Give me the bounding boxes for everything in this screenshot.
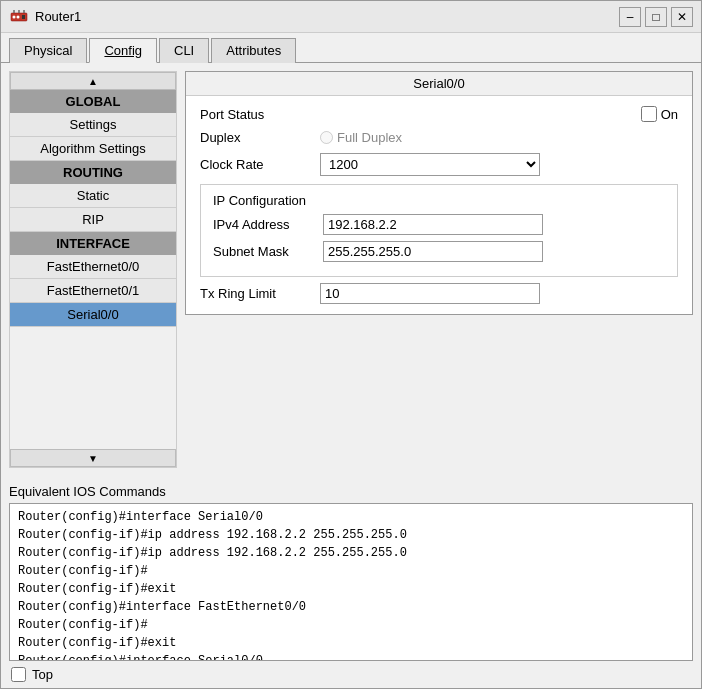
sidebar-item-static[interactable]: Static [10, 184, 176, 208]
interface-body: Port Status On Duplex Full Duplex [186, 96, 692, 314]
sidebar-scroll-up[interactable]: ▲ [10, 72, 176, 90]
top-checkbox[interactable] [11, 667, 26, 682]
right-panel: Serial0/0 Port Status On Duplex [185, 71, 693, 468]
bottom-section: Equivalent IOS Commands Router(config)#i… [1, 484, 701, 661]
ipv4-row: IPv4 Address [213, 214, 665, 235]
close-button[interactable]: ✕ [671, 7, 693, 27]
ios-line-1: Router(config)#interface Serial0/0 [18, 508, 684, 526]
sidebar-item-rip[interactable]: RIP [10, 208, 176, 232]
duplex-radio-row: Full Duplex [320, 130, 402, 145]
sidebar-item-fastethernet01[interactable]: FastEthernet0/1 [10, 279, 176, 303]
sidebar-items: GLOBAL Settings Algorithm Settings ROUTI… [10, 90, 176, 449]
duplex-radio[interactable] [320, 131, 333, 144]
ios-line-8: Router(config-if)#exit [18, 634, 684, 652]
ios-line-4: Router(config-if)# [18, 562, 684, 580]
main-window: Router1 – □ ✕ Physical Config CLI Attrib… [0, 0, 702, 689]
clock-rate-row: Clock Rate 1200 [200, 153, 678, 176]
ios-line-7: Router(config-if)# [18, 616, 684, 634]
port-status-row: Port Status On [200, 106, 678, 122]
clock-rate-label: Clock Rate [200, 157, 320, 172]
port-status-checkbox[interactable] [641, 106, 657, 122]
sidebar-item-settings[interactable]: Settings [10, 113, 176, 137]
ios-line-6: Router(config)#interface FastEthernet0/0 [18, 598, 684, 616]
ios-line-3: Router(config-if)#ip address 192.168.2.2… [18, 544, 684, 562]
tab-physical[interactable]: Physical [9, 38, 87, 63]
interface-panel: Serial0/0 Port Status On Duplex [185, 71, 693, 315]
port-status-on-container: On [641, 106, 678, 122]
equiv-label: Equivalent IOS Commands [9, 484, 693, 499]
tab-cli[interactable]: CLI [159, 38, 209, 63]
interface-header: Serial0/0 [186, 72, 692, 96]
tx-ring-input[interactable] [320, 283, 540, 304]
svg-rect-3 [22, 15, 25, 19]
tx-ring-row: Tx Ring Limit [200, 283, 678, 304]
svg-point-1 [13, 15, 16, 18]
ipv4-label: IPv4 Address [213, 217, 323, 232]
sidebar-section-global: GLOBAL [10, 90, 176, 113]
top-checkbox-container: Top [11, 667, 53, 682]
bottom-bar: Top [1, 661, 701, 688]
svg-point-2 [17, 15, 20, 18]
tx-ring-label: Tx Ring Limit [200, 286, 320, 301]
title-bar-left: Router1 [9, 7, 81, 27]
title-bar-buttons: – □ ✕ [619, 7, 693, 27]
sidebar-scroll-down[interactable]: ▼ [10, 449, 176, 467]
top-label: Top [32, 667, 53, 682]
ip-config-label: IP Configuration [213, 193, 665, 208]
subnet-row: Subnet Mask [213, 241, 665, 262]
tabs-bar: Physical Config CLI Attributes [1, 33, 701, 62]
ip-config-group: IP Configuration IPv4 Address Subnet Mas… [200, 184, 678, 277]
sidebar-section-routing: ROUTING [10, 161, 176, 184]
clock-rate-select[interactable]: 1200 [320, 153, 540, 176]
tab-attributes[interactable]: Attributes [211, 38, 296, 63]
ios-line-5: Router(config-if)#exit [18, 580, 684, 598]
subnet-label: Subnet Mask [213, 244, 323, 259]
duplex-label: Duplex [200, 130, 320, 145]
subnet-input[interactable] [323, 241, 543, 262]
sidebar-item-serial00[interactable]: Serial0/0 [10, 303, 176, 327]
sidebar-item-algorithm-settings[interactable]: Algorithm Settings [10, 137, 176, 161]
ios-line-9: Router(config)#interface Serial0/0 [18, 652, 684, 661]
port-status-on-label: On [661, 107, 678, 122]
duplex-row: Duplex Full Duplex [200, 130, 678, 145]
minimize-button[interactable]: – [619, 7, 641, 27]
sidebar-item-fastethernet00[interactable]: FastEthernet0/0 [10, 255, 176, 279]
ios-line-2: Router(config-if)#ip address 192.168.2.2… [18, 526, 684, 544]
ipv4-input[interactable] [323, 214, 543, 235]
router-icon [9, 7, 29, 27]
maximize-button[interactable]: □ [645, 7, 667, 27]
ios-console[interactable]: Router(config)#interface Serial0/0 Route… [9, 503, 693, 661]
port-status-label: Port Status [200, 107, 320, 122]
window-title: Router1 [35, 9, 81, 24]
tab-config[interactable]: Config [89, 38, 157, 63]
title-bar: Router1 – □ ✕ [1, 1, 701, 33]
duplex-value: Full Duplex [337, 130, 402, 145]
main-content: ▲ GLOBAL Settings Algorithm Settings ROU… [1, 62, 701, 476]
sidebar: ▲ GLOBAL Settings Algorithm Settings ROU… [9, 71, 177, 468]
sidebar-section-interface: INTERFACE [10, 232, 176, 255]
